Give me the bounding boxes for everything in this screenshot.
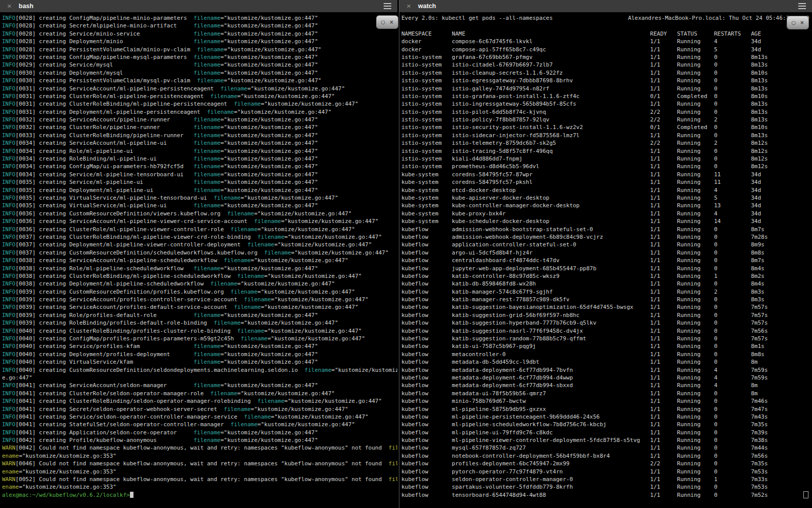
- terminal-line: kube-system coredns-584795fc57-pkshl 1/1…: [401, 178, 812, 186]
- terminal-line: docker compose-api-57ff65b8c7-c49qc 1/1 …: [401, 46, 812, 53]
- circle-icon[interactable]: ○: [381, 20, 385, 25]
- terminal-line: istio-system istio-pilot-6dd5b8f74c-kjvn…: [401, 108, 812, 116]
- terminal-line: INFO[0035] creating Service/ml-pipeline-…: [2, 178, 397, 186]
- terminal-line: istio-system istio-security-post-install…: [401, 123, 812, 131]
- close-tab-icon[interactable]: ×: [407, 0, 411, 12]
- terminal-line: INFO[0031] creating ServiceAccount/ml-pi…: [2, 85, 397, 92]
- terminal-line: istio-system istio-citadel-67697b6697-7z…: [401, 61, 812, 69]
- terminal-line: INFO[0035] creating VirtualService/ml-pi…: [2, 202, 397, 209]
- terminal-line: kubeflow seldon-operator-controller-mana…: [401, 475, 812, 483]
- terminal-line: kubeflow ml-pipeline-persistenceagent-9b…: [401, 413, 812, 421]
- terminal-line: INFO[0028] creating Service/minio-servic…: [2, 30, 397, 38]
- terminal-line: INFO[0032] creating ClusterRole/pipeline…: [2, 123, 397, 131]
- inactive-text-cursor: [803, 491, 808, 498]
- terminal-line: INFO[0031] creating ClusterRole/ml-pipel…: [2, 92, 397, 100]
- terminal-line: kubeflow ml-pipeline-viewer-controller-d…: [401, 436, 812, 444]
- overlay-close-icon[interactable]: ×: [800, 20, 804, 25]
- terminal-line: INFO[0038] creating ServiceAccount/ml-pi…: [2, 257, 397, 264]
- terminal-line: INFO[0036] creating ClusterRole/ml-pipel…: [2, 226, 397, 233]
- terminal-line: kubeflow admission-webhook-bootstrap-sta…: [401, 226, 812, 233]
- terminal-line: INFO[0028] creating PersistentVolumeClai…: [2, 46, 397, 53]
- terminal-line: istio-system istio-grafana-post-install-…: [401, 92, 812, 100]
- terminal-line: istio-system istio-cleanup-secrets-1.1.6…: [401, 69, 812, 77]
- terminal-window: × bash INFO[0028] creating ConfigMap/pip…: [0, 0, 812, 508]
- terminal-line: kubeflow katib-suggestion-hyperband-7777…: [401, 319, 812, 327]
- terminal-line: INFO[0034] creating Role/ml-pipeline-ui …: [2, 147, 397, 155]
- terminal-line: kubeflow spartakus-volunteer-5fdfddb779-…: [401, 483, 812, 491]
- bash-pane-titlebar[interactable]: × bash: [0, 0, 397, 12]
- terminal-line: docker compose-6c67d745f6-lkvkl 1/1 Runn…: [401, 38, 812, 45]
- terminal-line: INFO[0030] creating Deployment/mysql fil…: [2, 69, 397, 77]
- terminal-line: istio-system istio-galley-7474d97954-n82…: [401, 85, 812, 92]
- terminal-line: kubeflow katib-ui-7587c5b967-pqg9j 1/1 R…: [401, 342, 812, 350]
- terminal-line: kubeflow minio-758b769d67-bwctw 1/1 Runn…: [401, 397, 812, 405]
- terminal-line: kube-system etcd-docker-desktop 1/1 Runn…: [401, 186, 812, 194]
- terminal-line: INFO[0036] creating ServiceAccount/ml-pi…: [2, 217, 397, 225]
- terminal-line: INFO[0030] creating PersistentVolumeClai…: [2, 77, 397, 84]
- terminal-line: istio-system istio-egressgateway-7dbbb87…: [401, 77, 812, 84]
- terminal-line: INFO[0029] creating ConfigMap/pipeline-m…: [2, 53, 397, 61]
- terminal-line: INFO[0034] creating ConfigMap/ui-paramet…: [2, 163, 397, 170]
- menu-icon[interactable]: [798, 3, 806, 10]
- terminal-line: istio-system kiali-d4d886dd7-fnpmj 1/1 R…: [401, 155, 812, 163]
- terminal-line: kubeflow pytorch-operator-77c97f4879-vt4…: [401, 468, 812, 475]
- circle-icon[interactable]: ○: [791, 20, 796, 25]
- terminal-line: kubeflow katib-suggestion-random-77b88b5…: [401, 335, 812, 342]
- terminal-line: kubeflow metacontroller-0 1/1 Running 0 …: [401, 351, 812, 358]
- terminal-line: INFO[0034] creating ServiceAccount/ml-pi…: [2, 139, 397, 147]
- terminal-line: ename="kustomize/kustomize.go:353": [2, 483, 397, 491]
- close-tab-icon[interactable]: ×: [7, 0, 12, 12]
- terminal-line: kubeflow metadata-db-5dd459cc-l9dbt 1/1 …: [401, 358, 812, 366]
- terminal-line: INFO[0041] creating ServiceAccount/seldo…: [2, 382, 397, 389]
- menu-icon[interactable]: [384, 3, 391, 10]
- terminal-line: e.go:447": [2, 374, 397, 382]
- terminal-line: INFO[0039] creating ServiceAccount/profi…: [2, 296, 397, 303]
- terminal-line: kube-system coredns-584795fc57-87wpr 1/1…: [401, 171, 812, 178]
- terminal-line: kube-system kube-proxy-bxk4r 1/1 Running…: [401, 210, 812, 217]
- terminal-line: INFO[0034] creating Service/ml-pipeline-…: [2, 171, 397, 178]
- terminal-line: INFO[0041] creating ClusterRole/seldon-o…: [2, 390, 397, 397]
- terminal-line: WARN[0042] Could not find namespace kube…: [2, 444, 397, 452]
- terminal-line: istio-system istio-telemetry-8759dc6b7-s…: [401, 139, 812, 147]
- terminal-line: kubeflow admission-webhook-deployment-6b…: [401, 233, 812, 241]
- terminal-line: INFO[0028] creating Secret/mlpipeline-mi…: [2, 22, 397, 29]
- terminal-line: INFO[0040] creating Service/profiles-kfa…: [2, 342, 397, 350]
- terminal-line: INFO[0041] creating ClusterRoleBinding/s…: [2, 397, 397, 405]
- terminal-line: istio-system istio-tracing-5d8f57c8ff-49…: [401, 147, 812, 155]
- terminal-line: kubeflow tensorboard-6544748d94-4wt88 1/…: [401, 491, 812, 499]
- terminal-line: kubeflow metadata-deployment-6cf77db994-…: [401, 382, 812, 389]
- terminal-line: istio-system istio-policy-7f8bb87857-92l…: [401, 116, 812, 123]
- terminal-line: INFO[0041] creating Service/seldon-opera…: [2, 413, 397, 421]
- terminal-line: kube-system kube-controller-manager-dock…: [401, 202, 812, 209]
- terminal-line: INFO[0034] creating RoleBinding/ml-pipel…: [2, 155, 397, 163]
- pane-overlay-controls[interactable]: ○ ×: [787, 16, 809, 29]
- terminal-line: kubeflow metadata-deployment-6cf77db994-…: [401, 374, 812, 382]
- terminal-line: INFO[0037] creating Deployment/ml-pipeli…: [2, 241, 397, 248]
- terminal-line: INFO[0039] creating Role/profiles-defaul…: [2, 311, 397, 319]
- terminal-line: kubeflow ml-pipeline-ui-79ffd9c76-c8kdc …: [401, 429, 812, 436]
- terminal-line: [401, 22, 812, 29]
- terminal-line: kubeflow application-controller-stateful…: [401, 241, 812, 248]
- terminal-line: kubeflow centraldashboard-cf4874ddc-t47d…: [401, 257, 812, 264]
- terminal-line: ename="kustomize/kustomize.go:353": [2, 468, 397, 475]
- text-cursor: [130, 492, 133, 498]
- terminal-line: INFO[0037] creating ClusterRoleBinding/m…: [2, 233, 397, 241]
- pane-overlay-controls[interactable]: ○ ×: [376, 15, 398, 29]
- terminal-line: kubeflow katib-suggestion-nasrl-77f6f945…: [401, 327, 812, 335]
- terminal-line: kubeflow jupyter-web-app-deployment-685b…: [401, 265, 812, 272]
- terminal-line: kube-system kube-apiserver-docker-deskto…: [401, 194, 812, 202]
- overlay-close-icon[interactable]: ×: [389, 20, 393, 25]
- terminal-line: INFO[0038] creating ClusterRoleBinding/m…: [2, 272, 397, 280]
- terminal-line: INFO[0036] creating CustomResourceDefini…: [2, 210, 397, 217]
- terminal-line: Every 2.0s: kubectl get pods --all-names…: [401, 14, 812, 22]
- terminal-line: kubeflow ml-pipeline-scheduledworkflow-7…: [401, 421, 812, 428]
- terminal-line: INFO[0032] creating ServiceAccount/pipel…: [2, 116, 397, 123]
- terminal-line: alex@mac:~/wd/kubeflow/v0.6.2/localkf>: [2, 491, 397, 499]
- watch-terminal-output[interactable]: Every 2.0s: kubectl get pods --all-names…: [399, 12, 812, 508]
- bash-terminal-output[interactable]: INFO[0028] creating ConfigMap/pipeline-m…: [0, 12, 397, 508]
- terminal-line: kubeflow metadata-ui-78f5b59b56-qmrz7 1/…: [401, 390, 812, 397]
- watch-pane-titlebar[interactable]: × watch: [399, 0, 812, 12]
- bash-pane: × bash INFO[0028] creating ConfigMap/pip…: [0, 0, 397, 508]
- terminal-line: istio-system istio-sidecar-injector-fd58…: [401, 132, 812, 139]
- terminal-line: INFO[0029] creating Service/mysql filena…: [2, 61, 397, 69]
